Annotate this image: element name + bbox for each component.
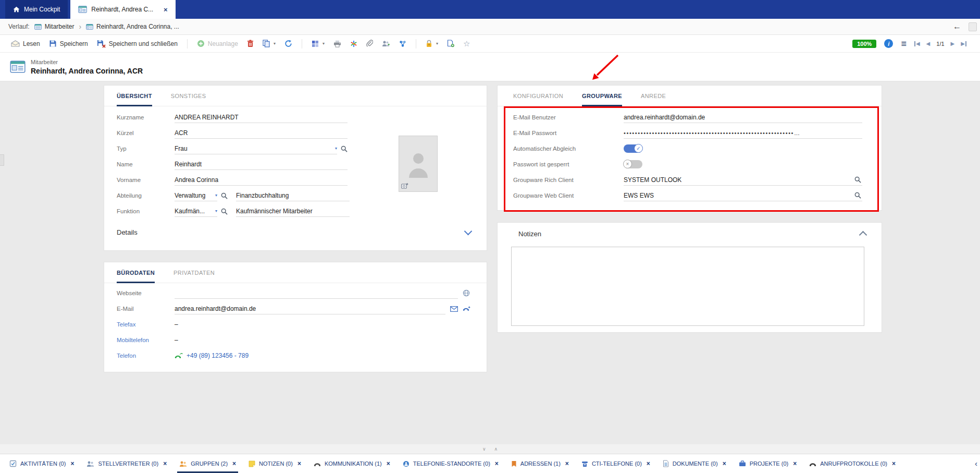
abteilung-detail-input[interactable]: Finanzbuchhaltung	[236, 190, 350, 201]
copy-button[interactable]: ▾	[261, 39, 277, 48]
chevron-up-icon[interactable]	[859, 231, 867, 239]
favorite-button[interactable]: ☆	[462, 39, 472, 48]
breadcrumb-record[interactable]: Reinhardt, Andrea Corinna, ...	[86, 23, 179, 30]
tab-dokumente[interactable]: DOKUMENTE (0) ×	[656, 454, 733, 473]
tab-telefonie-standorte[interactable]: TELEFONIE-STANDORTE (0) ×	[396, 454, 505, 473]
breadcrumb-mitarbeiter[interactable]: Mitarbeiter	[34, 23, 75, 30]
tab-anrufprotokolle[interactable]: ANRUFPROTOKOLLE (0) ×	[803, 454, 902, 473]
field-label-link[interactable]: Telefon	[117, 353, 175, 359]
gesperrt-toggle-off[interactable]: ×	[624, 160, 642, 168]
left-panel-handle[interactable]	[0, 154, 4, 166]
print-button[interactable]	[332, 39, 343, 48]
abteilung-select[interactable]: Verwaltung ▾	[175, 190, 217, 201]
webseite-input[interactable]	[175, 287, 458, 299]
globe-icon[interactable]	[463, 289, 470, 297]
neuanlage-button[interactable]: Neuanlage	[195, 39, 240, 48]
search-icon[interactable]	[854, 192, 861, 199]
tab-buerodaten[interactable]: BÜRODATEN	[117, 262, 155, 283]
zoom-badge[interactable]: 100%	[852, 40, 876, 48]
google-services-button[interactable]	[349, 39, 359, 48]
notes-textarea[interactable]	[511, 247, 864, 326]
search-icon[interactable]	[221, 192, 228, 199]
rich-client-input[interactable]: SYSTEM OUTLOOK	[624, 174, 862, 186]
nav-prev-button[interactable]: ◀	[926, 41, 931, 46]
tabs-scroll-left-icon[interactable]: ‹	[975, 454, 977, 473]
web-client-input[interactable]: EWS EWS	[624, 190, 862, 201]
dropdown-icon[interactable]: ▾	[212, 209, 217, 213]
call-contact-icon[interactable]	[463, 306, 470, 312]
apps-grid-button[interactable]: ▾	[310, 39, 326, 48]
kurzname-input[interactable]: ANDREA REINHARDT	[175, 112, 348, 123]
nav-last-button[interactable]: ▶	[961, 41, 966, 46]
field-label-link[interactable]: Mobiltelefon	[117, 337, 175, 343]
tab-groupware[interactable]: GROUPWARE	[582, 86, 622, 106]
email-benutzer-input[interactable]: andrea.reinhardt@domain.de	[624, 112, 862, 123]
dropdown-caret-icon[interactable]: ▾	[274, 41, 276, 46]
email-passwort-input[interactable]: ••••••••••••••••••••••••••••••••••••••••…	[624, 127, 862, 139]
tab-aktivitaeten[interactable]: AKTIVITÄTEN (0) ×	[3, 454, 80, 473]
attachment-button[interactable]	[365, 39, 375, 48]
dropdown-icon[interactable]: ▾	[332, 146, 337, 151]
speichern-button[interactable]: Speichern	[47, 39, 90, 48]
back-arrow-icon[interactable]: ←	[953, 22, 961, 31]
close-tab-icon[interactable]: ×	[723, 460, 726, 467]
tab-adressen[interactable]: ADRESSEN (1) ×	[505, 454, 575, 473]
close-tab-icon[interactable]: ×	[793, 460, 797, 467]
search-icon[interactable]	[221, 208, 228, 215]
close-tab-icon[interactable]: ×	[495, 460, 499, 467]
tab-uebersicht[interactable]: ÜBERSICHT	[117, 86, 152, 106]
funktion-detail-input[interactable]: Kaufmännischer Mitarbeiter	[236, 205, 350, 217]
menu-icon[interactable]: ≡	[901, 39, 907, 48]
tab-sonstiges[interactable]: SONSTIGES	[171, 86, 206, 106]
funktion-select[interactable]: Kaufmän... ▾	[175, 205, 217, 217]
close-tab-icon[interactable]: ×	[647, 460, 650, 467]
tab-konfiguration[interactable]: KONFIGURATION	[513, 86, 563, 106]
search-icon[interactable]	[341, 145, 348, 152]
typ-select[interactable]: Frau ▾	[175, 143, 337, 154]
tab-record[interactable]: Reinhardt, Andrea C... ×	[70, 0, 175, 19]
search-icon[interactable]	[854, 176, 861, 183]
kuerzel-input[interactable]: ACR	[175, 127, 348, 139]
close-tab-icon[interactable]: ×	[163, 460, 167, 467]
send-mail-icon[interactable]	[450, 306, 458, 312]
tab-cti-telefone[interactable]: CTI-TELEFONE (0) ×	[575, 454, 656, 473]
name-input[interactable]: Reinhardt	[175, 159, 348, 170]
add-photo-icon[interactable]	[401, 183, 408, 189]
vorname-input[interactable]: Andrea Corinna	[175, 174, 348, 186]
delete-button[interactable]	[245, 39, 255, 48]
email-input[interactable]: andrea.reinhardt@domain.de	[175, 303, 445, 314]
contacts-button[interactable]	[380, 39, 392, 48]
close-tab-icon[interactable]: ×	[70, 460, 74, 467]
tab-gruppen[interactable]: GRUPPEN (2) ×	[173, 454, 242, 473]
dropdown-caret-icon[interactable]: ▾	[436, 41, 438, 46]
tab-mein-cockpit[interactable]: Mein Cockpit	[5, 0, 68, 19]
collapse-down-icon[interactable]: ∨	[482, 446, 486, 452]
add-document-button[interactable]	[445, 39, 456, 48]
refresh-button[interactable]	[283, 39, 294, 48]
photo-placeholder[interactable]	[399, 136, 438, 192]
tab-projekte[interactable]: PROJEKTE (0) ×	[733, 454, 803, 473]
tab-privatdaten[interactable]: PRIVATDATEN	[173, 262, 215, 283]
speichern-schliessen-button[interactable]: Speichern und schließen	[95, 39, 179, 49]
abgleich-toggle-on[interactable]: ✓	[624, 144, 642, 153]
dropdown-caret-icon[interactable]: ▾	[322, 41, 325, 46]
info-icon[interactable]: i	[884, 39, 893, 48]
close-tab-icon[interactable]: ×	[892, 460, 896, 467]
lesen-button[interactable]: Lesen	[9, 39, 42, 48]
close-tab-icon[interactable]: ×	[565, 460, 569, 467]
lock-button[interactable]: ▾	[424, 39, 440, 48]
close-tab-icon[interactable]: ×	[232, 460, 236, 467]
tab-stellvertreter[interactable]: STELLVERTRETER (0) ×	[80, 454, 173, 473]
close-tab-icon[interactable]: ×	[297, 460, 301, 467]
dropdown-icon[interactable]: ▾	[212, 193, 217, 198]
close-tab-icon[interactable]: ×	[387, 460, 390, 467]
field-label-link[interactable]: Telefax	[117, 321, 175, 328]
call-phone-icon[interactable]	[175, 353, 183, 359]
tab-notizen[interactable]: NOTIZEN (0) ×	[242, 454, 307, 473]
share-button[interactable]	[398, 39, 408, 48]
tab-anrede[interactable]: ANREDE	[641, 86, 666, 106]
nav-first-button[interactable]: ◀	[914, 41, 920, 46]
telefon-link[interactable]: +49 (89) 123456 - 789	[187, 352, 249, 359]
nav-next-button[interactable]: ▶	[951, 41, 955, 46]
collapse-up-icon[interactable]: ∧	[494, 446, 498, 452]
